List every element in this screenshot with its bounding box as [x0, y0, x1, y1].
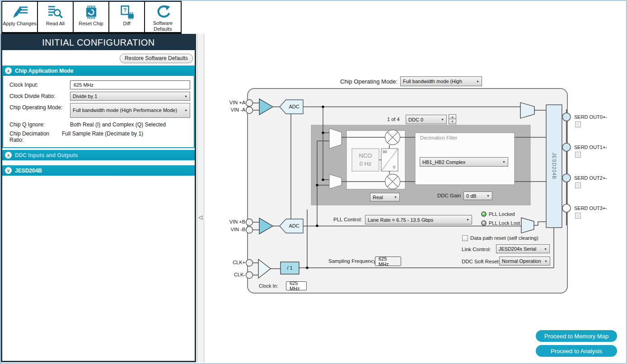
section-header-ddc-inputs-outputs[interactable]: ∧ DDC Inputs and Outputs: [2, 150, 195, 160]
accordion: ∧ Chip Application Mode Clock Input: 625…: [2, 65, 195, 176]
chip-refresh-icon: [82, 4, 100, 21]
reset-chip-button[interactable]: Reset Chip: [74, 2, 109, 32]
serd-out1-checkbox[interactable]: [575, 152, 581, 158]
output-mux-bottom: [521, 218, 534, 233]
serd-out2-label: SERD OUT2+-: [574, 175, 607, 181]
serd-out2-node: [562, 174, 571, 182]
clock-divide-ratio-dropdown[interactable]: Divide by 1 ▼: [70, 92, 190, 101]
input-amp-b: [259, 218, 273, 234]
sidebar-initial-configuration: INITIAL CONFIGURATION Restore Software D…: [1, 34, 196, 362]
vin-minus-a-label: VIN -A: [225, 107, 245, 112]
read-all-button[interactable]: Read All: [38, 2, 74, 32]
dropdown-value: 0 dB: [466, 193, 485, 199]
phase-0-label: 0: [393, 165, 395, 169]
spinner-down-button[interactable]: ▼: [449, 119, 456, 124]
ddc-soft-reset-label: DDC Soft Reset:: [462, 259, 500, 264]
page-title: INITIAL CONFIGURATION: [2, 35, 195, 50]
chip-block-diagram: VIN +A VIN -A VIN +B VIN -B CLK+ CLK- AD…: [247, 88, 568, 294]
collapse-sidebar-handle-icon[interactable]: ◁: [198, 214, 202, 220]
serd-out0-checkbox[interactable]: [575, 121, 581, 127]
vin-minus-b-label: VIN -B: [225, 227, 245, 232]
lines-magnifier-icon: [47, 4, 65, 21]
ddc-select-count-label: 1 of 4: [387, 117, 400, 122]
chevron-down-icon: ▼: [394, 196, 397, 199]
section-label: JESD204B: [15, 168, 42, 174]
decimation-filter-dropdown[interactable]: HB1_HB2 Complex ▼: [420, 157, 508, 167]
chip-operating-mode-dropdown[interactable]: Full bandwidth mode (High Performance Mo…: [70, 103, 190, 118]
nco-line1: NCO: [352, 152, 379, 160]
dropdown-value: HB1_HB2 Complex: [422, 159, 501, 165]
ddc-soft-reset-dropdown[interactable]: Normal Operation ▼: [499, 257, 550, 266]
chevron-down-icon: ▼: [487, 194, 490, 197]
link-control-label: Link Control:: [462, 247, 491, 252]
data-path-reset-label: Data path reset (self clearing): [470, 235, 538, 241]
section-header-jesd204b[interactable]: ∨ JESD204B: [2, 165, 195, 176]
chevron-down-icon: ▼: [502, 160, 505, 163]
link-control-dropdown[interactable]: JESD204x Serial ▼: [496, 244, 550, 253]
chip-decimation-ratio-label: Chip Decimation Ratio:: [3, 129, 62, 143]
chevron-up-icon: ∧: [5, 67, 12, 74]
proceed-to-analysis-button[interactable]: Proceed to Analysis: [536, 345, 617, 357]
real-complex-dropdown[interactable]: Real ▼: [370, 193, 400, 201]
chip-decimation-ratio-value: Full Sample Rate (Decimate by 1): [62, 129, 190, 137]
question-doc-chip-icon: ?: [118, 4, 136, 21]
section-body-chip-application-mode: Clock Input: 625 MHz Clock Divide Ratio:…: [2, 76, 195, 148]
software-defaults-button[interactable]: Software Defaults: [145, 2, 181, 32]
data-path-reset-checkbox[interactable]: [462, 235, 468, 241]
pin-clk-minus: [246, 272, 253, 279]
clock-divider-label: / 1: [281, 265, 299, 271]
decimation-filter-label: Decimation Filter: [420, 135, 458, 140]
clk-plus-label: CLK+: [225, 260, 245, 265]
ddc-select-dropdown[interactable]: DDC 0 ▼: [406, 115, 447, 124]
clock-in-field[interactable]: 625 MHz: [286, 281, 307, 290]
section-header-chip-application-mode[interactable]: ∧ Chip Application Mode: [2, 65, 195, 76]
proceed-to-memory-map-button[interactable]: Proceed to Memory Map: [536, 330, 617, 342]
pin-vin-plus-b: [246, 219, 253, 226]
serd-out3-node: [562, 204, 571, 212]
output-mux-top: [520, 103, 534, 118]
apply-changes-button[interactable]: Apply Changes: [2, 2, 38, 32]
serd-out3-label: SERD OUT3+-: [574, 205, 607, 211]
toolbar-button-label: Apply Changes: [3, 21, 37, 27]
chevron-down-icon: ▼: [544, 247, 547, 251]
chip-operating-mode-main-label: Chip Operating Mode:: [340, 78, 398, 85]
serd-out1-node: [562, 143, 571, 151]
toolbar-button-label: Reset Chip: [79, 21, 103, 27]
toolbar-button-label: Diff: [123, 21, 130, 27]
serd-out3-checkbox[interactable]: [575, 213, 581, 219]
pll-lock-lost-led: [481, 220, 487, 226]
pin-clk-plus: [246, 260, 253, 266]
diff-button[interactable]: ? Diff: [109, 2, 145, 32]
restore-software-defaults-button[interactable]: Restore Software Defaults: [120, 54, 193, 63]
main-panel: Chip Operating Mode: Full bandwidth mode…: [204, 34, 626, 363]
serd-out0-node: [562, 113, 571, 121]
serd-out0-label: SERD OUT0+-: [574, 114, 607, 120]
pll-control-dropdown[interactable]: Lane Rate = 6.75 - 13.5 Gbps ▼: [365, 215, 472, 224]
dropdown-value: Real: [373, 195, 392, 200]
sidebar-splitter[interactable]: ◁: [197, 34, 204, 362]
clock-input-field[interactable]: 625 MHz: [70, 80, 190, 89]
input-amp-a: [259, 99, 273, 115]
chevron-down-icon: ∨: [5, 167, 12, 174]
adc-b-label: ADC: [285, 223, 303, 229]
section-label: DDC Inputs and Outputs: [15, 152, 78, 159]
dropdown-value: Full bandwidth mode (High Performance Mo…: [73, 107, 182, 114]
dropdown-value: DDC 0: [408, 117, 439, 122]
chip-q-ignore-label: Chip Q Ignore:: [3, 120, 70, 128]
nco-label: NCO 0 Hz: [352, 152, 379, 168]
clock-buffer: [258, 259, 271, 278]
chevron-down-icon: ▼: [184, 95, 187, 98]
dropdown-value: Full bandwidth mode (High: [403, 79, 474, 84]
chevron-down-icon: ▼: [184, 109, 187, 112]
ddc-gain-dropdown[interactable]: 0 dB ▼: [463, 191, 492, 200]
phase-90-label: 90: [383, 149, 387, 154]
clock-divide-ratio-label: Clock Divide Ratio:: [3, 92, 70, 99]
serd-out2-checkbox[interactable]: [575, 182, 581, 188]
chip-operating-mode-label: Chip Operating Mode:: [3, 103, 70, 111]
chip-operating-mode-main-dropdown[interactable]: Full bandwidth mode (High ▼: [400, 76, 482, 86]
spinner-up-button[interactable]: ▲: [449, 115, 456, 119]
vin-plus-a-label: VIN +A: [225, 100, 245, 105]
pll-locked-label: PLL Locked: [489, 211, 515, 217]
diff-question-glyph: ?: [123, 7, 126, 14]
clk-minus-label: CLK-: [225, 272, 245, 277]
